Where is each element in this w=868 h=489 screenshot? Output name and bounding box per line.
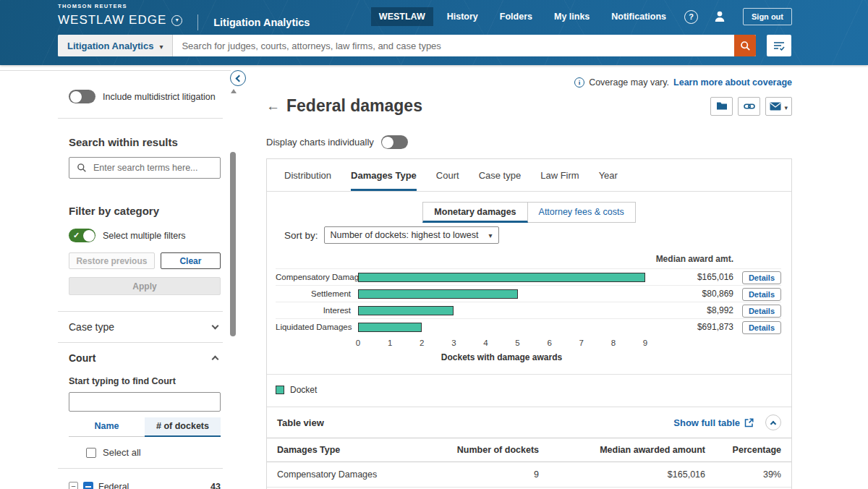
tree-row-federal: Federal 43 — [69, 478, 221, 489]
chart-category-label: Liquidated Damages — [276, 323, 351, 331]
table-view-title: Table view — [277, 417, 324, 428]
save-to-folder-button[interactable] — [710, 97, 733, 116]
apply-button[interactable]: Apply — [69, 277, 221, 295]
show-full-table-link[interactable]: Show full table — [673, 417, 754, 428]
external-link-icon — [744, 418, 754, 428]
app-header: THOMSON REUTERS WESTLAW EDGE Litigation … — [0, 0, 868, 65]
global-search-bar: Litigation Analytics — [58, 35, 756, 56]
envelope-icon — [770, 102, 781, 111]
court-sort-tabs: Name # of dockets — [69, 417, 221, 437]
chart-category-label: Compensatory Damages — [276, 273, 351, 281]
nav-westlaw[interactable]: WESTLAW — [371, 7, 433, 26]
select-all-label: Select all — [103, 447, 141, 458]
sort-select[interactable]: Number of dockets: highest to lowest — [324, 226, 499, 244]
mdl-toggle-label: Include multidistrict litigation — [103, 92, 216, 102]
logo-dropdown-icon[interactable] — [171, 15, 182, 26]
divider — [197, 14, 198, 30]
nav-folders[interactable]: Folders — [492, 7, 540, 26]
accordion-court[interactable]: Court — [69, 343, 221, 373]
chart-bar[interactable] — [358, 289, 518, 299]
info-icon[interactable] — [574, 77, 584, 88]
help-icon[interactable] — [684, 10, 698, 24]
chart-row: Interest $8,992 Details — [276, 302, 781, 318]
x-axis-label: Dockets with damage awards — [358, 352, 645, 362]
x-axis: 0123456789 — [358, 339, 645, 350]
details-button[interactable]: Details — [742, 288, 781, 301]
accordion-case-type[interactable]: Case type — [69, 312, 221, 342]
global-search-input[interactable] — [173, 35, 734, 56]
select-all-row: Select all — [86, 447, 221, 458]
select-all-checkbox[interactable] — [86, 448, 96, 458]
details-button[interactable]: Details — [742, 321, 781, 334]
court-find-input[interactable] — [69, 392, 221, 412]
search-scope-dropdown[interactable]: Litigation Analytics — [58, 35, 173, 56]
tab-year[interactable]: Year — [599, 170, 618, 191]
nav-history[interactable]: History — [439, 7, 486, 26]
search-scope-label: Litigation Analytics — [67, 41, 153, 51]
search-within-input[interactable] — [93, 163, 213, 173]
email-button[interactable] — [765, 97, 792, 116]
scroll-up-arrow[interactable] — [231, 89, 237, 93]
mdl-toggle[interactable] — [69, 90, 95, 103]
search-options-button[interactable] — [767, 35, 791, 56]
chevron-down-icon — [784, 100, 788, 113]
details-button[interactable]: Details — [742, 305, 781, 318]
chevron-down-icon — [489, 230, 493, 240]
chevron-down-icon — [212, 323, 219, 330]
segment-attorney-fees[interactable]: Attorney fees & costs — [528, 202, 636, 223]
back-arrow-icon[interactable] — [266, 98, 280, 114]
display-charts-toggle[interactable] — [381, 135, 408, 149]
tab-law-firm[interactable]: Law Firm — [540, 170, 579, 191]
user-profile-icon[interactable] — [712, 9, 727, 24]
search-within-heading: Search within results — [69, 136, 221, 148]
coverage-link[interactable]: Learn more about coverage — [673, 77, 792, 88]
axis-tick: 1 — [388, 339, 392, 347]
chevron-down-icon — [159, 39, 163, 52]
collapse-table-button[interactable] — [765, 414, 781, 430]
details-button[interactable]: Details — [742, 271, 781, 284]
axis-tick: 7 — [579, 339, 584, 347]
copy-link-button[interactable] — [738, 97, 760, 116]
tree-count: 43 — [210, 482, 221, 489]
coverage-text: Coverage may vary. — [589, 77, 669, 88]
restore-previous-button[interactable]: Restore previous — [69, 252, 155, 269]
chart-category-label: Settlement — [276, 289, 351, 298]
cell-damages-type: Compensatory Damages — [277, 462, 416, 487]
search-button[interactable] — [734, 35, 756, 56]
list-check-icon — [773, 41, 785, 51]
checkbox-indeterminate-icon[interactable] — [83, 482, 93, 489]
coverage-notice: Coverage may vary. Learn more about cove… — [266, 77, 792, 88]
multi-filter-toggle[interactable] — [69, 229, 95, 242]
tab-damages-type[interactable]: Damages Type — [351, 170, 417, 191]
multi-filter-row: Select multiple filters — [69, 229, 221, 242]
chart-bar-track — [358, 286, 645, 302]
tab-court[interactable]: Court — [436, 170, 459, 191]
top-nav: WESTLAW History Folders My links Notific… — [371, 7, 792, 26]
chart-bar-track — [358, 319, 645, 335]
clear-button[interactable]: Clear — [161, 252, 221, 269]
nav-my-links[interactable]: My links — [546, 7, 597, 26]
chart-bar[interactable] — [358, 306, 454, 315]
collapse-expander-icon[interactable] — [69, 482, 78, 489]
sidebar-collapse-button[interactable] — [230, 70, 246, 86]
nav-notifications[interactable]: Notifications — [603, 7, 674, 26]
axis-tick: 2 — [420, 339, 424, 347]
chart-bar[interactable] — [358, 273, 645, 282]
tab-distribution[interactable]: Distribution — [284, 170, 331, 191]
tab-name[interactable]: Name — [69, 417, 145, 436]
court-find-label: Start typing to find Court — [69, 376, 221, 386]
damages-bar-chart: Median award amt. Compensatory Damages $… — [276, 254, 781, 362]
col-number-of-dockets: Number of dockets — [416, 438, 539, 462]
multi-filter-label: Select multiple filters — [103, 231, 186, 241]
tab-num-dockets[interactable]: # of dockets — [145, 417, 221, 437]
chart-bar-track — [358, 269, 645, 285]
col-damages-type: Damages Type — [277, 438, 416, 462]
sign-out-button[interactable]: Sign out — [743, 8, 792, 25]
axis-tick: 6 — [547, 339, 551, 347]
cell-median: $165,016 — [539, 462, 705, 487]
sidebar-scrollbar[interactable] — [230, 152, 236, 336]
segment-monetary-damages[interactable]: Monetary damages — [422, 202, 527, 223]
chart-tabs: Distribution Damages Type Court Case typ… — [267, 159, 791, 192]
chart-bar[interactable] — [358, 323, 422, 332]
tab-case-type[interactable]: Case type — [479, 170, 522, 191]
